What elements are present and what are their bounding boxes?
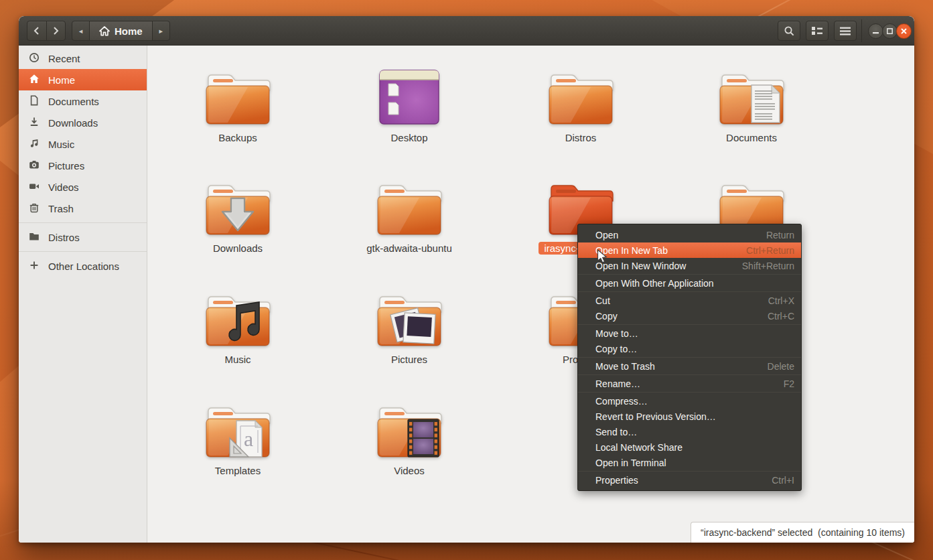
file-item-distros[interactable]: Distros <box>517 65 644 145</box>
desktop-wallpaper: ◂ Home ▸ <box>0 0 933 560</box>
headerbar: ◂ Home ▸ <box>19 16 914 46</box>
svg-text:a: a <box>244 427 253 451</box>
recent-clock-icon <box>29 52 40 65</box>
menu-button[interactable] <box>834 21 857 41</box>
home-icon <box>99 26 110 36</box>
menu-item-label: Copy <box>595 311 618 322</box>
close-button[interactable] <box>896 23 912 39</box>
list-view-icon <box>812 26 822 36</box>
sidebar-item-recent[interactable]: Recent <box>19 48 147 69</box>
menu-item-properties[interactable]: PropertiesCtrl+I <box>578 472 801 488</box>
folder-icon <box>198 287 278 351</box>
sidebar-item-distros[interactable]: Distros <box>19 226 147 248</box>
menu-item-copy[interactable]: CopyCtrl+C <box>578 308 801 324</box>
search-button[interactable] <box>778 21 800 41</box>
camera-icon <box>29 159 40 172</box>
menu-item-accelerator: F2 <box>784 378 794 389</box>
sidebar-item-label: Documents <box>48 96 99 107</box>
divider <box>861 19 862 42</box>
menu-item-rename[interactable]: Rename…F2 <box>578 376 801 391</box>
file-item-label: Templates <box>174 464 301 478</box>
menu-item-copy-to[interactable]: Copy to… <box>578 341 801 356</box>
file-item-label: Documents <box>688 131 815 145</box>
menu-item-accelerator: Ctrl+I <box>772 475 794 486</box>
breadcrumb-label: Home <box>115 25 143 37</box>
sidebar-separator <box>19 251 147 252</box>
trash-icon <box>29 202 40 215</box>
folder-icon <box>369 287 449 351</box>
menu-separator <box>578 471 801 472</box>
menu-item-accelerator: Return <box>766 230 794 240</box>
back-button[interactable] <box>27 21 46 40</box>
menu-item-label: Cut <box>595 295 610 306</box>
sidebar-item-music[interactable]: Music <box>19 133 147 155</box>
sidebar-item-videos[interactable]: Videos <box>19 176 147 198</box>
sidebar-item-trash[interactable]: Trash <box>19 198 147 219</box>
menu-separator <box>578 357 801 358</box>
menu-item-local-network-share[interactable]: Local Network Share <box>578 439 801 455</box>
minimize-button[interactable] <box>868 23 883 39</box>
menu-item-open[interactable]: OpenReturn <box>578 227 801 242</box>
file-item-gtk-adwaita-ubuntu[interactable]: gtk-adwaita-ubuntu <box>346 176 473 255</box>
file-item-pictures[interactable]: Pictures <box>346 287 473 366</box>
file-item-label: gtk-adwaita-ubuntu <box>346 242 473 255</box>
maximize-button[interactable] <box>882 23 898 39</box>
file-item-label: Backups <box>174 131 301 145</box>
file-item-templates[interactable]: a Templates <box>174 398 301 478</box>
file-item-backups[interactable]: Backups <box>174 65 301 145</box>
file-item-desktop[interactable]: Desktop <box>346 65 473 145</box>
maximize-icon <box>887 25 893 37</box>
close-icon <box>901 25 907 37</box>
menu-item-label: Compress… <box>595 396 648 407</box>
file-item-downloads[interactable]: Downloads <box>174 176 301 255</box>
file-item-music[interactable]: Music <box>174 287 301 366</box>
sidebar-item-downloads[interactable]: Downloads <box>19 112 147 133</box>
menu-item-compress[interactable]: Compress… <box>578 393 801 409</box>
folder-icon <box>541 65 621 129</box>
menu-item-revert-to-previous-version[interactable]: Revert to Previous Version… <box>578 409 801 424</box>
forward-button[interactable] <box>47 21 66 40</box>
file-item-label: Desktop <box>346 131 473 145</box>
minimize-icon <box>873 25 879 37</box>
menu-separator <box>578 374 801 375</box>
menu-item-label: Send to… <box>595 427 637 437</box>
path-bar: ◂ Home ▸ <box>72 21 170 41</box>
menu-item-open-in-terminal[interactable]: Open in Terminal <box>578 455 801 470</box>
sidebar-item-documents[interactable]: Documents <box>19 90 147 112</box>
sidebar-item-other-locations[interactable]: Other Locations <box>19 255 147 277</box>
sidebar-item-home[interactable]: Home <box>19 69 147 90</box>
menu-item-open-with-other-application[interactable]: Open With Other Application <box>578 275 801 291</box>
triangle-right-icon: ▸ <box>159 27 163 36</box>
menu-item-move-to-trash[interactable]: Move to TrashDelete <box>578 358 801 374</box>
plus-icon <box>29 260 40 273</box>
folder-icon: a <box>198 398 278 462</box>
menu-item-accelerator: Delete <box>768 361 794 372</box>
sidebar-item-label: Other Locations <box>48 261 119 272</box>
view-toggle-button[interactable] <box>806 21 829 41</box>
mouse-cursor <box>597 249 610 267</box>
menu-item-open-in-new-window[interactable]: Open In New WindowShift+Return <box>578 258 801 273</box>
context-menu: OpenReturnOpen In New TabCtrl+ReturnOpen… <box>577 224 802 491</box>
menu-item-label: Open in Terminal <box>595 458 666 468</box>
triangle-left-icon: ◂ <box>79 27 83 36</box>
status-bar: “irasync-backend” selected (containing 1… <box>691 522 914 543</box>
status-text: “irasync-backend” selected (containing 1… <box>701 527 905 538</box>
menu-item-open-in-new-tab[interactable]: Open In New TabCtrl+Return <box>578 242 801 258</box>
sidebar-item-label: Trash <box>48 203 74 214</box>
folder-icon <box>711 65 792 129</box>
menu-item-send-to[interactable]: Send to… <box>578 424 801 439</box>
file-item-videos[interactable]: Videos <box>346 398 473 478</box>
desktop-icon <box>369 65 449 129</box>
menu-item-label: Copy to… <box>595 344 637 354</box>
path-next-button[interactable]: ▸ <box>153 21 169 40</box>
file-item-documents[interactable]: Documents <box>688 65 815 145</box>
menu-item-label: Move to Trash <box>595 361 655 372</box>
menu-item-label: Revert to Previous Version… <box>595 411 716 422</box>
path-prev-button[interactable]: ◂ <box>72 21 89 40</box>
menu-item-cut[interactable]: CutCtrl+X <box>578 293 801 308</box>
sidebar-item-pictures[interactable]: Pictures <box>19 155 147 176</box>
breadcrumb-home[interactable]: Home <box>90 21 152 40</box>
menu-item-move-to[interactable]: Move to… <box>578 326 801 341</box>
document-icon <box>29 95 40 108</box>
file-item-label: Videos <box>346 464 473 478</box>
